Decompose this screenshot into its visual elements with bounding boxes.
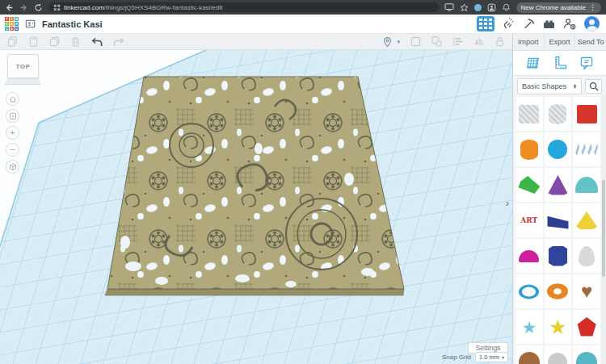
shape-star-thin[interactable]: ★ (516, 310, 543, 344)
shape-star[interactable]: ★ (545, 310, 572, 344)
redo-icon[interactable] (113, 37, 124, 47)
site-info-icon[interactable] (53, 4, 61, 11)
browser-forward-icon[interactable] (19, 3, 28, 12)
shape-torus[interactable] (545, 274, 572, 308)
shape-round-roof[interactable] (573, 168, 600, 202)
shape-hole-cylinder[interactable] (545, 97, 572, 131)
paraboloid-shape-icon (579, 246, 595, 266)
minecraft-pickaxe-icon[interactable] (523, 18, 535, 30)
copy-icon[interactable] (7, 36, 18, 47)
browser-menu-kebab-icon[interactable]: ⋮ (589, 4, 596, 11)
3d-viewport[interactable] (0, 50, 512, 364)
panel-scrollbar-thumb[interactable] (602, 180, 605, 277)
browser-reload-icon[interactable] (34, 3, 43, 12)
align-icon[interactable] (452, 36, 463, 47)
hole-box-shape-icon (519, 105, 539, 123)
notifications-bell-icon[interactable] (502, 3, 511, 12)
snap-fingers-icon[interactable] (503, 18, 515, 30)
workplane-tool-icon[interactable] (525, 55, 541, 71)
extension-icon[interactable] (474, 4, 482, 11)
shape-dome-partial[interactable] (573, 345, 600, 364)
shape-tube[interactable] (516, 274, 543, 308)
ruler-tool-icon[interactable] (552, 55, 568, 71)
zoom-out-icon[interactable]: − (6, 143, 19, 157)
tinkercad-app: tinkercad.com/things/jQ5HXS4BGRw-fantast… (0, 0, 606, 364)
home-view-icon[interactable] (6, 92, 19, 106)
shape-box[interactable] (573, 97, 600, 131)
workplane-dropdown-caret-icon[interactable]: ▾ (397, 39, 400, 45)
panel-collapse-chevron-icon[interactable]: › (506, 197, 509, 209)
panel-scrollbar[interactable] (601, 95, 606, 364)
design-3d-mode-button[interactable] (477, 16, 494, 31)
shape-heart[interactable]: ♥ (573, 274, 600, 308)
shape-half-sphere[interactable] (516, 239, 543, 273)
delete-icon[interactable] (70, 36, 81, 47)
shape-icosahedron[interactable] (573, 310, 600, 344)
lego-brick-icon[interactable] (543, 19, 555, 29)
shape-roof[interactable] (516, 168, 543, 202)
shape-wedge[interactable] (545, 203, 572, 237)
canvas-area: TOP + − › Settings Snap Grid 1.0 mm ▾ (0, 50, 512, 364)
snap-grid-select[interactable]: 1.0 mm ▾ (475, 352, 508, 362)
lock-icon[interactable] (494, 36, 505, 47)
polygon-shape-icon (549, 246, 567, 266)
profile-icon[interactable] (487, 3, 496, 12)
pyramid-shape-icon (576, 211, 597, 229)
design-title[interactable]: Fantastic Kasi (42, 19, 103, 29)
ungroup-icon[interactable] (431, 36, 442, 47)
shape-pyramid[interactable] (573, 203, 600, 237)
search-icon (589, 82, 599, 91)
shape-polygon[interactable] (545, 239, 572, 273)
tinkercad-logo[interactable]: TINKERCAD (5, 17, 19, 31)
browser-chrome-bar: tinkercad.com/things/jQ5HXS4BGRw-fantast… (0, 0, 606, 15)
mirror-icon[interactable] (473, 36, 484, 47)
tube-shape-icon (519, 284, 539, 299)
shape-sphere[interactable] (545, 132, 572, 166)
snap-grid-label: Snap Grid (442, 354, 471, 361)
undo-icon[interactable] (91, 37, 103, 47)
shape-dome-partial[interactable] (516, 345, 543, 364)
browser-toolbar-icons: New Chrome available ⋮ (444, 2, 601, 13)
panel-actions: Import Export Send To (513, 34, 606, 51)
perspective-toggle-icon[interactable] (6, 160, 19, 174)
viewcube-base[interactable] (5, 78, 41, 85)
browser-back-icon[interactable] (5, 3, 14, 12)
lace-panel-model[interactable] (105, 77, 404, 295)
sphere-partial-shape-icon (548, 353, 567, 364)
group-icon[interactable] (410, 36, 421, 47)
duplicate-icon[interactable] (49, 36, 60, 47)
select-arrows-icon: ▲▼ (573, 84, 577, 90)
paste-icon[interactable] (28, 36, 39, 47)
notes-tool-icon[interactable] (579, 55, 595, 71)
viewcube[interactable]: TOP (7, 54, 39, 78)
tinkercad-header: TINKERCAD Fantastic Kasi (0, 15, 606, 34)
round-roof-shape-icon (575, 177, 598, 193)
shape-cone[interactable] (545, 168, 572, 202)
chrome-update-button[interactable]: New Chrome available ⋮ (516, 2, 601, 13)
send-to-button[interactable]: Send To (574, 34, 606, 50)
user-avatar[interactable] (584, 16, 600, 31)
search-shapes-button[interactable] (585, 79, 602, 94)
shape-sphere-partial[interactable] (545, 345, 572, 364)
dome-partial-shape-icon (576, 352, 597, 364)
bookmark-star-icon[interactable] (460, 3, 469, 12)
snap-grid-control: Snap Grid 1.0 mm ▾ (442, 352, 508, 362)
shape-paraboloid[interactable] (573, 239, 600, 273)
shape-hole-box[interactable] (516, 97, 543, 131)
browser-address-bar[interactable]: tinkercad.com/things/jQ5HXS4BGRw-fantast… (48, 2, 439, 12)
shape-category-select[interactable]: Basic Shapes ▲▼ (517, 78, 582, 94)
workplane-pin-icon[interactable] (382, 36, 393, 48)
shape-cylinder[interactable] (516, 132, 543, 166)
sphere-shape-icon (548, 140, 567, 159)
model-top-face (107, 77, 404, 289)
import-button[interactable]: Import (513, 34, 544, 50)
design-menu-icon[interactable] (25, 19, 36, 29)
collaborate-person-add-icon[interactable] (563, 18, 576, 30)
cast-icon[interactable] (444, 3, 454, 11)
fit-view-icon[interactable] (6, 109, 19, 123)
shape-text[interactable]: ART (516, 203, 543, 237)
scribble-shape-icon (575, 141, 598, 157)
export-button[interactable]: Export (544, 34, 575, 50)
zoom-in-icon[interactable]: + (6, 126, 19, 140)
shape-scribble[interactable] (573, 132, 600, 166)
